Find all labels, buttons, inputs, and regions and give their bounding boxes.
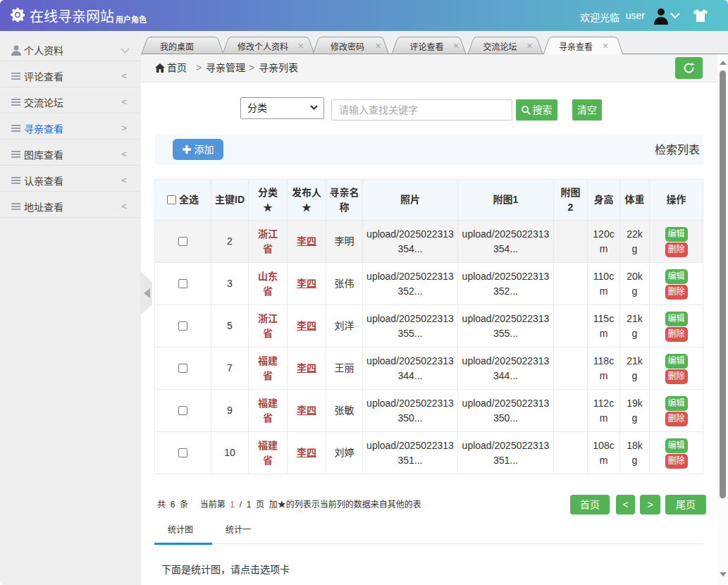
svg-text:×: × <box>453 40 459 51</box>
svg-text:寻亲查看: 寻亲查看 <box>559 42 593 52</box>
svg-text:交流论坛: 交流论坛 <box>483 42 517 52</box>
svg-text:评论查看: 评论查看 <box>409 42 443 52</box>
svg-text:修改密码: 修改密码 <box>331 42 364 52</box>
svg-text:×: × <box>375 40 381 51</box>
svg-text:我的桌面: 我的桌面 <box>160 42 194 52</box>
svg-text:×: × <box>526 40 532 51</box>
svg-text:修改个人资料: 修改个人资料 <box>237 42 288 52</box>
svg-text:×: × <box>297 40 303 51</box>
svg-text:×: × <box>603 40 608 51</box>
